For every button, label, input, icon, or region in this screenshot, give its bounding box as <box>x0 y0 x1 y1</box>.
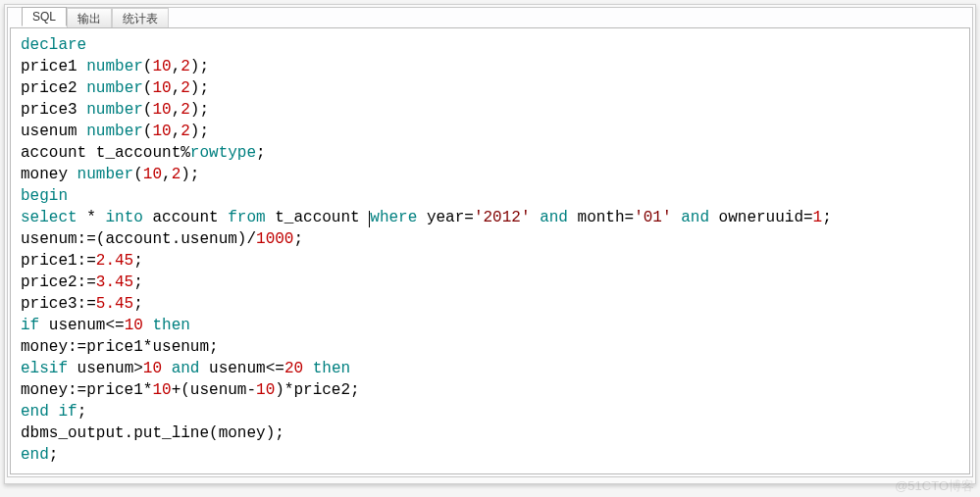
sql-code-editor[interactable]: declare price1 number(10,2); price2 numb… <box>10 27 970 474</box>
editor-window: SQL 输出 统计表 declare price1 number(10,2); … <box>4 4 976 484</box>
tab-output[interactable]: 输出 <box>67 8 112 27</box>
tab-bar: SQL 输出 统计表 <box>22 7 980 26</box>
tab-statistics[interactable]: 统计表 <box>112 8 169 27</box>
tab-sql[interactable]: SQL <box>22 7 67 26</box>
editor-panel: SQL 输出 统计表 declare price1 number(10,2); … <box>7 7 973 477</box>
